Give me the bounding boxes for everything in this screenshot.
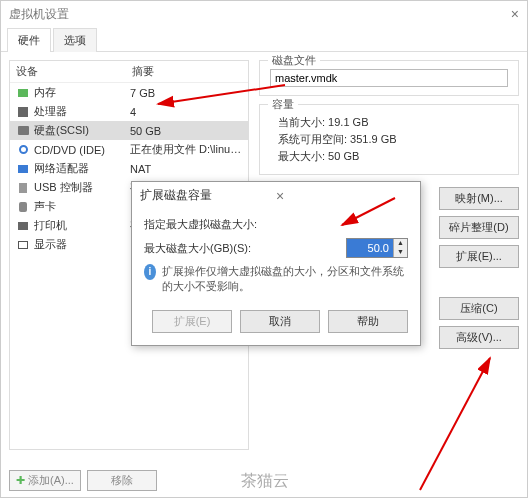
disk-file-label: 磁盘文件 [268,53,320,68]
device-name: 内存 [34,85,130,100]
info-icon: i [144,264,156,280]
remove-button[interactable]: 移除 [87,470,157,491]
tab-hardware[interactable]: 硬件 [7,28,51,52]
device-row[interactable]: 硬盘(SCSI)50 GB [10,121,248,140]
header-summary: 摘要 [126,61,248,82]
titlebar: 虚拟机设置 × [1,1,527,27]
device-icon [16,106,30,118]
device-name: 处理器 [34,104,130,119]
advanced-button[interactable]: 高级(V)... [439,326,519,349]
device-row[interactable]: CD/DVD (IDE)正在使用文件 D:\linux镜像文件\C... [10,140,248,159]
spinner-down-icon[interactable]: ▼ [394,248,407,257]
device-name: 打印机 [34,218,130,233]
expand-dialog: 扩展磁盘容量 × 指定最大虚拟磁盘大小: 最大磁盘大小(GB)(S): ▲ ▼ … [131,181,421,346]
dialog-close-icon[interactable]: × [276,188,412,204]
dialog-size-label: 最大磁盘大小(GB)(S): [144,241,346,256]
dialog-titlebar: 扩展磁盘容量 × [132,182,420,209]
device-icon [16,182,30,194]
compact-button[interactable]: 压缩(C) [439,297,519,320]
device-icon [16,125,30,137]
tab-bar: 硬件 选项 [1,27,527,52]
device-icon [16,239,30,251]
capacity-group: 容量 当前大小: 19.1 GB 系统可用空间: 351.9 GB 最大大小: … [259,104,519,175]
device-row[interactable]: 处理器4 [10,102,248,121]
capacity-current: 当前大小: 19.1 GB [278,115,508,130]
device-summary: 50 GB [130,125,242,137]
spinner-up-icon[interactable]: ▲ [394,239,407,248]
device-summary: NAT [130,163,242,175]
watermark-text: 茶猫云 [241,471,289,492]
size-input[interactable] [347,239,393,257]
capacity-max: 最大大小: 50 GB [278,149,508,164]
header-device: 设备 [10,61,126,82]
dialog-title: 扩展磁盘容量 [140,187,276,204]
defrag-button[interactable]: 碎片整理(D) [439,216,519,239]
device-list-header: 设备 摘要 [10,61,248,83]
disk-file-group: 磁盘文件 [259,60,519,96]
device-row[interactable]: 内存7 GB [10,83,248,102]
add-button[interactable]: ✚ 添加(A)... [9,470,81,491]
dialog-spec-label: 指定最大虚拟磁盘大小: [144,217,408,232]
capacity-free: 系统可用空间: 351.9 GB [278,132,508,147]
device-name: 声卡 [34,199,130,214]
device-icon [16,144,30,156]
dialog-info-text: 扩展操作仅增大虚拟磁盘的大小，分区和文件系统的大小不受影响。 [162,264,408,294]
size-spinner[interactable]: ▲ ▼ [346,238,408,258]
settings-window: 虚拟机设置 × 硬件 选项 设备 摘要 内存7 GB处理器4硬盘(SCSI)50… [0,0,528,498]
device-summary: 正在使用文件 D:\linux镜像文件\C... [130,142,242,157]
dialog-help-button[interactable]: 帮助 [328,310,408,333]
expand-button[interactable]: 扩展(E)... [439,245,519,268]
device-row[interactable]: 网络适配器NAT [10,159,248,178]
disk-file-input[interactable] [270,69,508,87]
window-title: 虚拟机设置 [9,6,511,23]
tab-options[interactable]: 选项 [53,28,97,52]
dialog-cancel-button[interactable]: 取消 [240,310,320,333]
device-name: 显示器 [34,237,130,252]
device-name: CD/DVD (IDE) [34,144,130,156]
device-icon [16,201,30,213]
device-icon [16,163,30,175]
close-icon[interactable]: × [511,6,519,22]
device-summary: 7 GB [130,87,242,99]
device-icon [16,87,30,99]
footer-buttons: ✚ 添加(A)... 移除 [9,470,157,491]
device-name: USB 控制器 [34,180,130,195]
capacity-label: 容量 [268,97,298,112]
dialog-expand-button[interactable]: 扩展(E) [152,310,232,333]
device-name: 网络适配器 [34,161,130,176]
device-icon [16,220,30,232]
map-button[interactable]: 映射(M)... [439,187,519,210]
device-name: 硬盘(SCSI) [34,123,130,138]
device-summary: 4 [130,106,242,118]
